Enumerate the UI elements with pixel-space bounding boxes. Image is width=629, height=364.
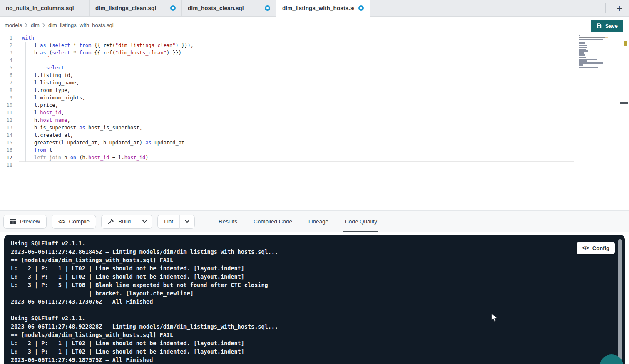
code-text: greatest(l.updated_at, h.updated_at) as …: [22, 139, 184, 146]
minimap-line: [579, 42, 608, 44]
line-number: 5: [0, 64, 12, 72]
code-text: from l: [22, 146, 52, 154]
line-number: 1: [0, 34, 12, 42]
breadcrumb-item[interactable]: dim_listings_with_hosts.sql: [48, 22, 114, 28]
minimap-line: [579, 52, 608, 54]
line-number: 13: [0, 124, 12, 131]
terminal-scrollbar[interactable]: [618, 239, 622, 364]
code-text: l.listing_id,: [22, 72, 73, 79]
mouse-cursor: [491, 313, 497, 324]
code-line[interactable]: 3 h as (select * from {{ ref("dim_hosts_…: [0, 49, 629, 57]
build-button-group: Build: [101, 215, 152, 229]
build-dropdown-button[interactable]: [137, 215, 152, 229]
config-label: Config: [592, 245, 609, 251]
editor-tab-3[interactable]: dim_hosts_clean.sql: [182, 0, 276, 17]
build-button[interactable]: Build: [101, 215, 137, 229]
compile-button[interactable]: </>Compile: [52, 215, 96, 229]
compile-label: Compile: [69, 218, 90, 225]
code-text: l.host_id,: [22, 109, 64, 116]
code-text: l.listing_name,: [22, 79, 79, 87]
terminal-line: 2023-06-06T11:27:48.922828Z – Linting mo…: [11, 322, 625, 331]
new-tab-button[interactable]: +: [612, 1, 627, 15]
code-text: select: [22, 64, 64, 72]
code-text: left join h on (h.host_id = l.host_id): [22, 154, 149, 161]
tab-code-quality[interactable]: Code Quality: [343, 211, 378, 232]
code-lines: 1with2 l as (select * from {{ ref("dim_l…: [0, 34, 629, 169]
terminal-line: == [models/dim/dim_listings_with_hosts.s…: [11, 331, 625, 339]
minimap-slider-mark[interactable]: [620, 102, 628, 104]
minimap-line: [579, 39, 608, 40]
code-line[interactable]: 1with: [0, 34, 629, 42]
code-line[interactable]: 15 greatest(l.updated_at, h.updated_at) …: [0, 139, 629, 146]
code-line[interactable]: 8 l.room_type,: [0, 87, 629, 94]
code-line[interactable]: 13 h.is_superhost as host_is_superhost,: [0, 124, 629, 131]
lint-dropdown-button[interactable]: [179, 215, 195, 229]
minimap-line: [579, 47, 608, 48]
code-text: l.price,: [22, 102, 58, 109]
code-text: l.room_type,: [22, 87, 70, 94]
modified-dot-icon: [265, 5, 270, 11]
breadcrumb-item[interactable]: dim: [31, 22, 40, 28]
tab-compiled-code[interactable]: Compiled Code: [252, 211, 293, 232]
bottom-panel: Using SQLFluff v2.1.1.2023-06-06T11:27:4…: [0, 232, 629, 364]
code-line[interactable]: 5 select: [0, 64, 629, 72]
lint-button-group: Lint: [157, 215, 195, 229]
code-line[interactable]: 11 l.host_id,: [0, 109, 629, 116]
terminal-line: L: 3 | P: 1 | LT02 | Line should not be …: [11, 347, 625, 356]
tab-lineage[interactable]: Lineage: [307, 211, 330, 232]
terminal-line: [11, 306, 625, 314]
line-number: 2: [0, 42, 12, 49]
tab-label: dim_listings_with_hosts.sql: [282, 5, 354, 11]
code-line[interactable]: 6 l.listing_id,: [0, 72, 629, 79]
terminal-line: 2023-06-06T11:27:43.173076Z – All Finish…: [11, 297, 625, 306]
code-line[interactable]: 9 l.minimum_nights,: [0, 94, 629, 102]
code-line[interactable]: 10 l.price,: [0, 102, 629, 109]
tab-label: dim_listings_clean.sql: [95, 5, 156, 11]
code-line[interactable]: 18: [0, 161, 629, 169]
panel-tabs: ResultsCompiled CodeLineageCode Quality: [217, 211, 392, 232]
code-line[interactable]: 12 h.host_name,: [0, 116, 629, 124]
code-line[interactable]: 2 l as (select * from {{ ref("dim_listin…: [0, 42, 629, 49]
editor-tab-1[interactable]: no_nulls_in_columns.sql: [0, 0, 90, 17]
build-label: Build: [118, 218, 131, 225]
code-line[interactable]: 16 from l: [0, 146, 629, 154]
line-number: 12: [0, 116, 12, 124]
tab-bar: no_nulls_in_columns.sqldim_listings_clea…: [0, 0, 629, 17]
minimap-line: [579, 40, 608, 42]
code-text: l.created_at,: [22, 131, 73, 139]
code-line[interactable]: 4: [0, 57, 629, 64]
minimap-line: [579, 45, 608, 46]
config-button[interactable]: </> Config: [577, 242, 615, 254]
save-icon: [596, 23, 602, 29]
minimap-line: [579, 69, 608, 70]
tab-results[interactable]: Results: [217, 211, 239, 232]
line-number: 4: [0, 57, 12, 64]
chevron-right-icon: [42, 23, 45, 27]
line-number: 7: [0, 79, 12, 87]
code-line[interactable]: 14 l.created_at,: [0, 131, 629, 139]
code-editor[interactable]: 1with2 l as (select * from {{ ref("dim_l…: [0, 33, 629, 210]
toolbar-buttons: Preview</>CompileBuildLint: [3, 215, 200, 229]
lint-button[interactable]: Lint: [157, 215, 179, 229]
code-line[interactable]: 17 left join h on (h.host_id = l.host_id…: [0, 154, 629, 161]
terminal-line: L: 2 | P: 1 | LT02 | Line should not be …: [11, 264, 625, 272]
save-button[interactable]: Save: [591, 20, 623, 32]
minimap[interactable]: [579, 35, 608, 70]
minimap-line: [579, 50, 608, 52]
hammer-icon: [108, 218, 114, 225]
line-number: 6: [0, 72, 12, 79]
code-line[interactable]: 7 l.listing_name,: [0, 79, 629, 87]
preview-button[interactable]: Preview: [3, 215, 47, 229]
modified-dot-icon: [170, 5, 176, 11]
line-number: 15: [0, 139, 12, 146]
preview-label: Preview: [20, 218, 40, 225]
line-number: 9: [0, 94, 12, 102]
terminal-output: Using SQLFluff v2.1.1.2023-06-06T11:27:4…: [4, 235, 625, 364]
terminal-line: == [models/dim/dim_listings_with_hosts.s…: [11, 256, 625, 264]
editor-tab-4[interactable]: dim_listings_with_hosts.sql: [276, 0, 370, 17]
code-text: with: [22, 34, 34, 42]
line-number: 18: [0, 161, 12, 169]
terminal-line: Using SQLFluff v2.1.1.: [11, 239, 625, 248]
editor-tab-2[interactable]: dim_listings_clean.sql: [90, 0, 182, 17]
breadcrumb-item[interactable]: models: [5, 22, 22, 28]
